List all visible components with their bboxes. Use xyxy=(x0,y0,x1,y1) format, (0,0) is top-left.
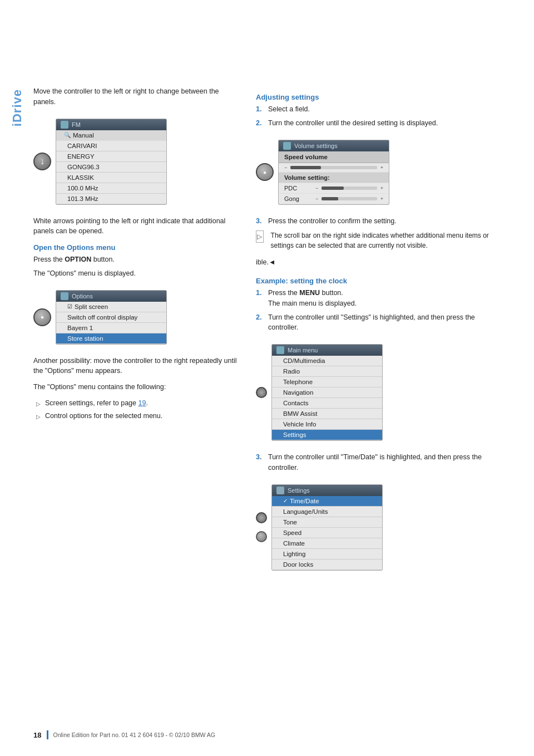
search-icon-fm: 🔍 xyxy=(64,132,71,138)
main-menu-icon xyxy=(276,346,284,354)
bullet-arrow-2: ▷ xyxy=(36,413,42,421)
adjust-step-1-text: Select a field. xyxy=(268,104,310,115)
controller-knob-fm: ↓ xyxy=(33,153,51,170)
example-step-2-text: Turn the controller until "Settings" is … xyxy=(268,312,490,333)
mm-vehicle-info: Vehicle Info xyxy=(272,419,382,430)
plus-icon: + xyxy=(380,165,383,170)
settings-screen: Settings ✓ Time/Date Language/Units Tone… xyxy=(271,484,383,571)
example-step-2: 2. Turn the controller until "Settings" … xyxy=(256,312,490,333)
adjust-step-3: 3. Press the controller to confirm the s… xyxy=(256,216,490,227)
fm-item-gong: GONG96.3 xyxy=(56,162,166,173)
example-step-1b: The main menu is displayed. xyxy=(268,300,357,307)
fm-item-carivari: CARIVARI xyxy=(56,141,166,151)
scroll-note-block: ▷ The scroll bar on the right side indic… xyxy=(256,230,490,251)
adjust-step-1: 1. Select a field. xyxy=(256,104,490,115)
options-heading: Open the Options menu xyxy=(33,243,239,252)
pdc-bar xyxy=(322,186,377,190)
options-item-bayern: Bayern 1 xyxy=(56,323,166,333)
controller-left-options: ● xyxy=(33,308,51,326)
mm-cd: CD/Multimedia xyxy=(272,356,382,366)
settings-icon xyxy=(276,487,284,494)
mm-contacts: Contacts xyxy=(272,398,382,409)
volume-screen: Volume settings Speed volume − + xyxy=(278,140,389,205)
st-speed: Speed xyxy=(272,528,382,538)
adjust-step-2-text: Turn the controller until the desired se… xyxy=(268,118,438,129)
gear-icon-settings xyxy=(256,512,267,523)
fm-item-100: 100.0 MHz xyxy=(56,183,166,194)
speed-volume-label: Speed volume xyxy=(279,151,389,163)
footer: 18 Online Edition for Part no. 01 41 2 6… xyxy=(0,730,534,739)
controller-knob-vol: ● xyxy=(256,163,274,181)
scroll-note-text: The scroll bar on the right side indicat… xyxy=(271,230,490,251)
fm-item-manual-label: Manual xyxy=(73,132,94,139)
vol-setting-label: Volume setting: xyxy=(284,174,330,181)
speed-vol-bar xyxy=(290,166,377,169)
options-step1: Press the OPTION button. xyxy=(33,254,239,265)
example-heading: Example: setting the clock xyxy=(256,277,490,285)
back-ref-text: ible.◄ xyxy=(256,257,490,268)
options-item-store: Store station xyxy=(56,333,166,344)
pdc-fill xyxy=(322,186,344,190)
pdc-label: PDC xyxy=(284,185,312,192)
gong-label: Gong xyxy=(284,195,312,202)
contains-text: The "Options" menu contains the followin… xyxy=(33,382,239,392)
options-screen: Options ☑ Split screen Switch off contro… xyxy=(56,290,167,345)
footer-border xyxy=(47,730,48,739)
example-step-3-text: Turn the controller until "Time/Date" is… xyxy=(268,452,490,473)
bullet-item-2: ▷ Control options for the selected menu. xyxy=(36,411,239,421)
st-tone: Tone xyxy=(272,517,382,528)
vol-row-label: Volume setting: xyxy=(279,173,389,183)
options-screen-wrapper: ● Options ☑ Split screen Switch off cont… xyxy=(33,284,239,350)
controller-knob-options: ● xyxy=(33,308,51,326)
options-item-switchoff: Switch off control display xyxy=(56,312,166,323)
settings-screen-body: ✓ Time/Date Language/Units Tone Speed Cl… xyxy=(272,496,382,570)
check-icon-timedate: ✓ xyxy=(283,498,288,504)
settings-screen-header: Settings xyxy=(272,485,382,496)
fm-screen-wrapper: ↓ FM 🔍 Manual CARIVARI ENERGY GON xyxy=(33,113,239,210)
intro-text: Move the controller to the left or right… xyxy=(33,86,239,107)
fm-item-manual: 🔍 Manual xyxy=(56,130,166,141)
volume-header-label: Volume settings xyxy=(294,143,338,149)
mm-bmw-assist: BMW Assist xyxy=(272,409,382,419)
white-arrows-text: White arrows pointing to the left or rig… xyxy=(33,216,239,237)
volume-icon xyxy=(283,142,291,150)
page-link-19[interactable]: 19 xyxy=(138,399,146,407)
st-door-locks: Door locks xyxy=(272,559,382,570)
options-screen-body: ☑ Split screen Switch off control displa… xyxy=(56,302,166,344)
mm-settings: Settings xyxy=(272,430,382,440)
controller-left-vol: ● xyxy=(256,163,274,181)
vol-row-gong: Gong − + xyxy=(279,194,389,204)
main-menu-body: CD/Multimedia Radio Telephone Navigation… xyxy=(272,356,382,440)
split-screen-icon: ☑ xyxy=(67,303,72,310)
bullet-text-2: Control options for the selected menu. xyxy=(45,411,162,421)
gear-icon-menu xyxy=(256,387,267,398)
fm-item-klassik: KLASSIK xyxy=(56,173,166,183)
main-content: Move the controller to the left or right… xyxy=(33,86,512,582)
fm-screen: FM 🔍 Manual CARIVARI ENERGY GONG96.3 KLA… xyxy=(56,119,167,205)
step-num-1: 1. xyxy=(256,104,265,115)
page-number: 18 xyxy=(33,731,41,739)
st-lighting: Lighting xyxy=(272,549,382,559)
example-step-num-2: 2. xyxy=(256,312,265,333)
volume-screen-wrapper: ● Volume settings Speed volume − xyxy=(256,134,490,210)
adjusting-heading: Adjusting settings xyxy=(256,93,490,101)
options-bullet-list: ▷ Screen settings, refer to page 19. ▷ C… xyxy=(33,398,239,421)
mm-radio: Radio xyxy=(272,366,382,377)
main-menu-screen: Main menu CD/Multimedia Radio Telephone … xyxy=(271,344,383,441)
controller-knob-settings xyxy=(256,531,267,542)
pdc-minus: − xyxy=(315,185,318,191)
gong-minus: − xyxy=(315,196,318,202)
fm-header-label: FM xyxy=(72,121,81,128)
st-time-date: ✓ Time/Date xyxy=(272,496,382,507)
options-header-label: Options xyxy=(72,293,93,300)
speed-vol-fill xyxy=(290,166,320,169)
another-possibility-text: Another possibility: move the controller… xyxy=(33,356,239,377)
example-step-3: 3. Turn the controller until "Time/Date"… xyxy=(256,452,490,473)
settings-screen-wrapper: Settings ✓ Time/Date Language/Units Tone… xyxy=(256,479,490,576)
mm-telephone: Telephone xyxy=(272,377,382,387)
options-icon xyxy=(61,292,68,300)
main-menu-screen-wrapper: Main menu CD/Multimedia Radio Telephone … xyxy=(256,338,490,446)
st-language: Language/Units xyxy=(272,507,382,517)
bullet-text-1: Screen settings, refer to page 19. xyxy=(45,398,148,409)
bullet-arrow-1: ▷ xyxy=(36,400,42,408)
